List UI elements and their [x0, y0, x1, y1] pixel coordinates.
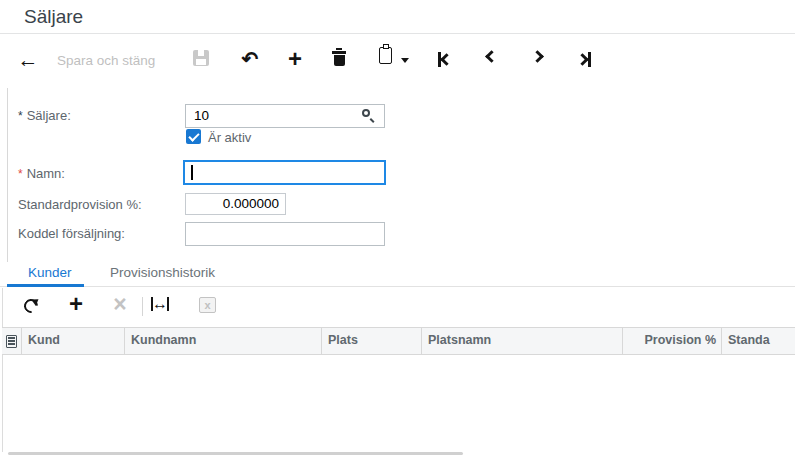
active-tab-underline	[7, 284, 84, 287]
chevron-left-icon	[485, 50, 498, 63]
grid-toolbar-separator	[142, 297, 143, 316]
chevron-right-icon	[531, 50, 544, 63]
namn-input[interactable]	[183, 160, 386, 185]
column-header-kund[interactable]: Kund	[22, 328, 125, 354]
page-title: Säljare	[24, 6, 83, 28]
column-header-provision[interactable]: Provision %	[623, 328, 722, 354]
column-header-kundnamn[interactable]: Kundnamn	[125, 328, 322, 354]
ar-aktiv-checkbox[interactable]	[186, 129, 201, 144]
save-and-close-button[interactable]: Spara och stäng	[57, 53, 155, 68]
grid-settings-icon	[6, 335, 17, 348]
cancel-undo-button[interactable]: ↶	[236, 45, 264, 73]
koddel-input[interactable]	[185, 222, 385, 246]
saljare-value: 10	[194, 108, 209, 123]
koddel-field-label: Koddel försäljning:	[18, 226, 125, 241]
tab-provisionshistorik[interactable]: Provisionshistorik	[110, 265, 215, 280]
plus-icon: +	[288, 45, 302, 73]
grid-refresh-button[interactable]	[20, 295, 42, 317]
clipboard-menu-button[interactable]	[379, 47, 392, 64]
search-icon[interactable]	[362, 109, 375, 122]
grid-body-empty[interactable]	[3, 356, 795, 452]
tab-kunder[interactable]: Kunder	[28, 265, 72, 280]
required-marker: *	[18, 167, 23, 181]
standardprovision-value: 0.000000	[223, 196, 279, 211]
grid-add-row-button[interactable]: +	[64, 292, 88, 316]
save-button[interactable]	[193, 50, 209, 66]
save-floppy-icon	[193, 50, 209, 66]
last-record-button[interactable]	[578, 52, 591, 67]
saljare-lookup-input[interactable]: 10	[185, 104, 385, 128]
saljare-field-label: *Säljare:	[18, 108, 71, 123]
next-record-button[interactable]	[533, 52, 542, 61]
refresh-icon	[24, 299, 38, 313]
back-arrow-icon: ←	[18, 48, 39, 72]
tabbar-border	[0, 286, 795, 287]
required-marker: *	[18, 109, 23, 123]
x-icon: ×	[113, 291, 126, 318]
standardprovision-input[interactable]: 0.000000	[185, 193, 286, 215]
namn-field-label: *Namn:	[18, 166, 65, 181]
chevron-left-icon	[440, 53, 453, 66]
column-header-plats[interactable]: Plats	[322, 328, 422, 354]
grid-delete-row-button[interactable]: ×	[108, 292, 132, 316]
fit-to-screen-button[interactable]: ↔	[151, 295, 169, 313]
horizontal-scrollbar-thumb[interactable]	[8, 452, 463, 455]
delete-record-button[interactable]	[331, 48, 347, 66]
clipboard-icon	[379, 47, 392, 64]
previous-record-button[interactable]	[487, 52, 496, 61]
chevron-right-icon	[576, 53, 589, 66]
plus-icon: +	[69, 290, 83, 318]
back-button[interactable]: ←	[14, 46, 42, 74]
clipboard-dropdown-caret-icon[interactable]	[401, 58, 409, 63]
excel-icon: x	[199, 297, 216, 313]
text-cursor	[191, 165, 193, 180]
form-panel-left-border	[7, 88, 8, 262]
column-header-platsnamn[interactable]: Platsnamn	[422, 328, 623, 354]
export-to-excel-button[interactable]: x	[199, 297, 216, 313]
fit-width-icon: ↔	[152, 295, 168, 313]
ar-aktiv-label: Är aktiv	[208, 130, 251, 145]
column-header-standard[interactable]: Standa	[722, 328, 795, 354]
trash-icon	[331, 48, 347, 66]
undo-arrow-icon: ↶	[242, 47, 259, 71]
first-record-button[interactable]	[438, 52, 451, 67]
add-new-record-button[interactable]: +	[281, 45, 309, 73]
standardprovision-field-label: Standardprovision %:	[18, 197, 142, 212]
saljare-window: Säljare ← Spara och stäng ↶ + *Säljare: …	[0, 0, 795, 457]
grid-header-row: Kund Kundnamn Plats Platsnamn Provision …	[2, 327, 795, 355]
title-divider	[0, 33, 795, 34]
grid-settings-cell[interactable]	[2, 328, 22, 354]
